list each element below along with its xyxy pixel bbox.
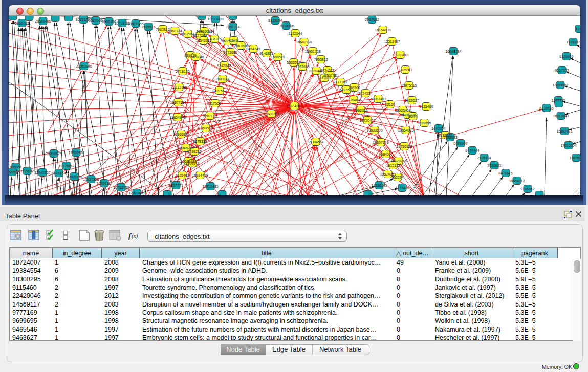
svg-text:9684067: 9684067 [379,152,393,156]
svg-text:12213967: 12213967 [384,40,400,43]
svg-text:8960124: 8960124 [168,29,182,33]
svg-text:9245652: 9245652 [520,187,534,191]
svg-text:9544: 9544 [409,115,417,118]
svg-text:20206576: 20206576 [46,152,61,156]
svg-text:9327509: 9327509 [193,34,207,37]
svg-text:10654112: 10654112 [509,179,525,183]
svg-text:16782759: 16782759 [113,186,129,189]
svg-text:6479197: 6479197 [453,142,467,145]
svg-text:19654923: 19654923 [398,128,413,132]
svg-text:9699695: 9699695 [417,121,431,125]
svg-text:1353594: 1353594 [199,126,212,130]
svg-text:14136141: 14136141 [371,184,387,187]
svg-text:7632621: 7632621 [487,164,501,167]
svg-text:5938923: 5938923 [443,136,457,139]
svg-text:1527602: 1527602 [89,19,102,23]
svg-text:16648784: 16648784 [445,50,461,53]
svg-text:12923445: 12923445 [128,191,144,195]
svg-text:19654945: 19654945 [169,116,185,119]
svg-text:2055712: 2055712 [15,21,29,25]
svg-text:19756928: 19756928 [396,145,412,148]
svg-text:1145154: 1145154 [52,171,66,175]
svg-text:7485063: 7485063 [398,68,412,72]
svg-text:9242848: 9242848 [217,64,231,68]
svg-text:2935114: 2935114 [477,156,491,160]
svg-text:1112: 1112 [576,27,580,31]
svg-text:7515526: 7515526 [141,25,155,29]
svg-text:12942757: 12942757 [34,171,50,174]
svg-text:15226058: 15226058 [196,30,212,33]
svg-text:9463627: 9463627 [405,99,419,102]
svg-text:22420046: 22420046 [188,55,204,59]
svg-text:15720407: 15720407 [359,119,375,122]
svg-text:18807249: 18807249 [373,141,388,144]
svg-text:217006: 217006 [209,102,221,105]
svg-text:39159: 39159 [9,170,17,174]
svg-text:6497568: 6497568 [339,88,353,92]
svg-text:8678332: 8678332 [193,140,207,143]
svg-text:10973493: 10973493 [392,53,408,57]
svg-text:2718176: 2718176 [176,70,189,73]
svg-text:12093852: 12093852 [552,83,568,87]
svg-text:10033809: 10033809 [207,17,223,21]
svg-text:1615112: 1615112 [386,164,400,167]
svg-text:16154808: 16154808 [375,28,390,32]
svg-text:7986322: 7986322 [354,108,367,112]
svg-text:62160: 62160 [385,103,395,106]
svg-text:21364436: 21364436 [345,98,361,102]
svg-text:16961758: 16961758 [304,50,320,53]
svg-text:10025458: 10025458 [395,108,410,112]
svg-text:835061: 835061 [10,165,21,169]
svg-text:1611031: 1611031 [318,76,332,80]
svg-text:19384554: 19384554 [308,140,323,144]
svg-text:(x): (x) [132,233,138,239]
svg-text:12213369: 12213369 [171,85,187,89]
svg-text:10807487: 10807487 [370,97,386,101]
svg-text:25300203: 25300203 [263,112,279,116]
svg-text:16640910: 16640910 [296,40,312,44]
svg-text:10688609: 10688609 [366,128,382,132]
svg-text:8471676: 8471676 [498,171,512,175]
svg-text:9129966: 9129966 [559,55,573,58]
svg-text:1575107: 1575107 [566,40,580,44]
svg-text:12505135: 12505135 [66,175,82,179]
svg-text:9474444: 9474444 [465,149,479,152]
svg-text:8454749: 8454749 [246,47,260,51]
svg-text:9857771: 9857771 [169,184,183,187]
svg-text:9777169: 9777169 [333,80,347,84]
svg-text:20691406: 20691406 [35,19,51,23]
svg-text:8215955: 8215955 [539,106,553,110]
svg-text:1588520: 1588520 [271,55,285,59]
svg-text:1115682: 1115682 [20,169,34,173]
svg-text:1244415: 1244415 [551,99,565,102]
svg-text:10958117: 10958117 [97,182,113,185]
svg-text:9146821: 9146821 [259,52,273,55]
svg-text:8813054: 8813054 [268,19,282,23]
svg-text:16210643: 16210643 [553,114,569,118]
svg-text:7625402: 7625402 [175,173,189,177]
svg-text:7955812: 7955812 [314,58,328,61]
svg-text:2803144: 2803144 [215,77,229,81]
svg-text:19218506: 19218506 [278,24,294,28]
svg-text:2087682: 2087682 [365,18,379,21]
svg-text:1546: 1546 [230,39,238,42]
svg-text:16107554: 16107554 [170,101,186,104]
svg-text:8186325: 8186325 [207,37,221,41]
svg-text:16120746: 16120746 [390,159,406,163]
svg-text:9227342: 9227342 [555,69,569,72]
svg-text:1167533: 1167533 [570,156,580,160]
svg-text:3673685: 3673685 [223,51,237,54]
svg-text:6794028: 6794028 [320,69,334,72]
svg-text:12975115: 12975115 [401,84,417,87]
svg-text:1362615: 1362615 [295,65,309,69]
svg-text:3267130: 3267130 [203,114,216,118]
svg-text:17359924: 17359924 [68,151,84,155]
svg-text:20053346: 20053346 [76,64,92,68]
svg-text:1733426: 1733426 [395,186,409,190]
svg-text:1509948: 1509948 [185,162,199,165]
svg-text:3498222: 3498222 [187,150,201,154]
svg-text:1640954: 1640954 [431,127,445,130]
svg-text:19166825: 19166825 [173,133,189,136]
svg-text:17957225: 17957225 [83,178,99,181]
svg-text:1132544: 1132544 [289,32,302,35]
